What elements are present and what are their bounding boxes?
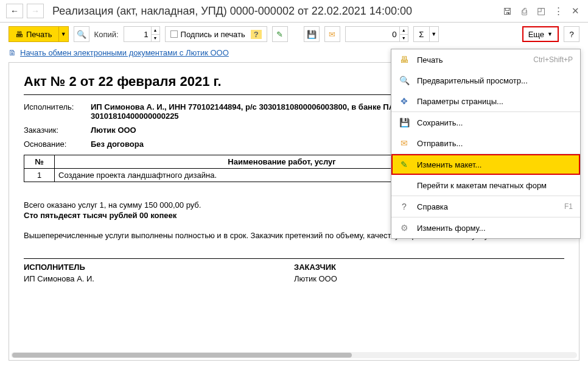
menu-preview[interactable]: 🔍 Предварительный просмотр... xyxy=(391,70,580,91)
basis-label: Основание: xyxy=(24,140,91,149)
page-number-input[interactable] xyxy=(345,26,400,42)
menu-save-label: Сохранить... xyxy=(417,118,573,127)
page-title: Реализация (акт, накладная, УПД) 0000-00… xyxy=(47,5,497,18)
magnifier-icon: 🔍 xyxy=(399,75,410,86)
floppy-icon: 💾 xyxy=(399,117,410,128)
executor-signature: ИСПОЛНИТЕЛЬ ИП Симонова А. И. xyxy=(24,258,294,283)
menu-print-label: Печать xyxy=(417,55,526,65)
kebab-icon[interactable]: ⋮ xyxy=(551,4,565,18)
menu-help-shortcut: F1 xyxy=(564,202,573,211)
horizontal-scrollbar[interactable] xyxy=(11,352,577,358)
menu-help[interactable]: ? Справка F1 xyxy=(391,196,580,217)
move-arrows-icon: ✥ xyxy=(399,96,410,107)
executor-name: ИП Симонова А. И. xyxy=(24,274,294,283)
cell-num: 1 xyxy=(24,169,55,182)
header-bar: ← → Реализация (акт, накладная, УПД) 000… xyxy=(0,0,588,23)
sign-and-stamp-button[interactable]: Подпись и печать ? xyxy=(165,26,267,42)
printer-icon: 🖶 xyxy=(15,30,23,39)
customer-name: Лютик ООО xyxy=(294,274,564,283)
menu-save[interactable]: 💾 Сохранить... xyxy=(391,112,580,133)
menu-page-params-label: Параметры страницы... xyxy=(417,97,573,106)
edit-pencil-icon: ✎ xyxy=(399,159,410,170)
floppy-icon: 💾 xyxy=(307,30,317,39)
executor-role: ИСПОЛНИТЕЛЬ xyxy=(24,258,294,272)
customer-signature: ЗАКАЗЧИК Лютик ООО xyxy=(294,258,564,283)
spinner-down-icon[interactable]: ▼ xyxy=(152,35,159,42)
menu-print-shortcut: Ctrl+Shift+P xyxy=(533,55,573,64)
spinner-up-icon[interactable]: ▲ xyxy=(152,27,159,35)
sigma-icon: Σ xyxy=(419,30,424,39)
menu-goto-layouts[interactable]: Перейти к макетам печатных форм xyxy=(391,175,580,196)
nav-forward-button[interactable]: → xyxy=(27,4,44,18)
customer-role: ЗАКАЗЧИК xyxy=(294,258,564,272)
print-dropdown-button[interactable]: ▼ xyxy=(59,26,69,42)
menu-edit-form[interactable]: ⚙ Изменить форму... xyxy=(391,217,580,238)
document-exchange-icon: 🗎 xyxy=(9,48,16,57)
printer-icon: 🖶 xyxy=(399,54,410,65)
preview-header-icon[interactable]: ◰ xyxy=(534,4,548,18)
blank-icon xyxy=(399,180,410,191)
print-button[interactable]: 🖶 Печать xyxy=(9,26,59,42)
help-button[interactable]: ? xyxy=(564,26,579,42)
edit-button[interactable]: ✎ xyxy=(272,26,288,42)
menu-preview-label: Предварительный просмотр... xyxy=(417,76,573,85)
close-icon[interactable]: ✕ xyxy=(569,4,582,18)
menu-help-label: Справка xyxy=(417,202,557,211)
menu-goto-layouts-label: Перейти к макетам печатных форм xyxy=(417,181,573,190)
menu-print[interactable]: 🖶 Печать Ctrl+Shift+P xyxy=(391,49,580,70)
copies-spinner[interactable]: ▲ ▼ xyxy=(152,26,160,42)
envelope-icon: ✉ xyxy=(329,30,335,39)
edit-pencil-icon: ✎ xyxy=(276,30,283,39)
checkbox-icon xyxy=(170,30,178,38)
gear-icon: ⚙ xyxy=(399,222,410,233)
sign-help-badge: ? xyxy=(251,30,262,39)
save-icon[interactable]: 🖫 xyxy=(500,4,514,18)
magnifier-doc-icon: 🔍 xyxy=(77,30,86,39)
nav-back-button[interactable]: ← xyxy=(6,4,23,18)
envelope-icon: ✉ xyxy=(399,138,410,149)
print-header-icon[interactable]: ⎙ xyxy=(517,4,531,18)
question-icon: ? xyxy=(399,201,410,212)
col-num: № xyxy=(24,155,55,169)
more-button[interactable]: Еще ▼ xyxy=(522,26,559,42)
copies-input[interactable] xyxy=(124,26,152,42)
chevron-down-icon: ▼ xyxy=(547,31,553,37)
disk-save-button[interactable]: 💾 xyxy=(304,26,320,42)
spinner-down-icon[interactable]: ▼ xyxy=(400,35,408,42)
print-button-label: Печать xyxy=(26,30,52,39)
menu-edit-layout[interactable]: ✎ Изменить макет... xyxy=(391,154,580,175)
menu-send-label: Отправить... xyxy=(417,139,573,148)
executor-label: Исполнитель: xyxy=(24,102,91,121)
send-button[interactable]: ✉ xyxy=(324,26,340,42)
menu-edit-form-label: Изменить форму... xyxy=(417,224,573,233)
sign-label: Подпись и печать xyxy=(181,30,245,39)
more-dropdown-menu: 🖶 Печать Ctrl+Shift+P 🔍 Предварительный … xyxy=(391,49,581,239)
menu-page-params[interactable]: ✥ Параметры страницы... xyxy=(391,91,580,111)
exchange-link[interactable]: Начать обмен электронными документами с … xyxy=(20,48,229,57)
menu-send[interactable]: ✉ Отправить... xyxy=(391,133,580,154)
sigma-dropdown[interactable]: ▼ xyxy=(429,26,439,42)
more-label: Еще xyxy=(528,30,544,39)
toolbar: 🖶 Печать ▼ 🔍 Копий: ▲ ▼ Подпись и печать… xyxy=(0,23,588,46)
sigma-button[interactable]: Σ xyxy=(413,26,429,42)
page-spinner[interactable]: ▲ ▼ xyxy=(400,26,408,42)
customer-label: Заказчик: xyxy=(24,125,91,135)
copies-label: Копий: xyxy=(94,30,119,39)
preview-button[interactable]: 🔍 xyxy=(74,26,89,42)
signatures-block: ИСПОЛНИТЕЛЬ ИП Симонова А. И. ЗАКАЗЧИК Л… xyxy=(24,258,564,283)
spinner-up-icon[interactable]: ▲ xyxy=(400,27,408,35)
menu-edit-layout-label: Изменить макет... xyxy=(417,160,573,169)
